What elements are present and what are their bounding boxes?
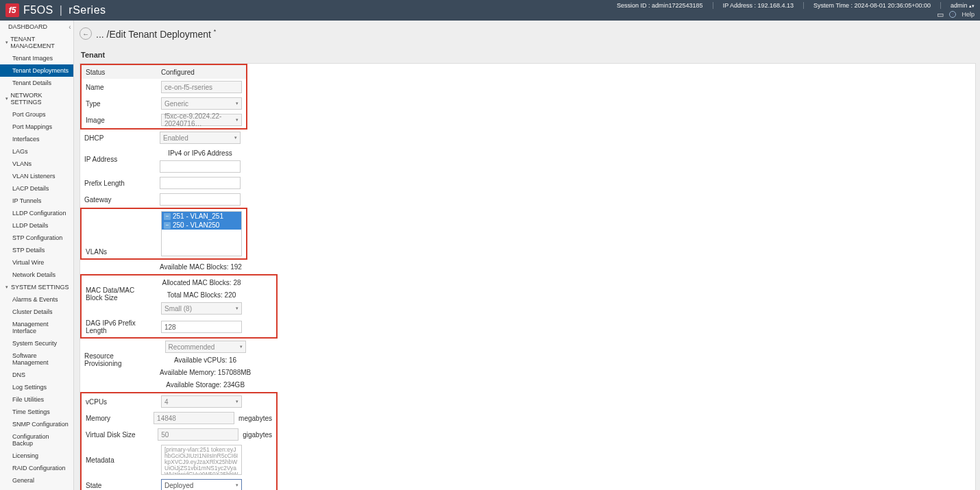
vlan-item-250[interactable]: −250 - VLAN250 [162,221,241,230]
nav-lacp-details[interactable]: LACP Details [0,182,73,195]
nav-system-security[interactable]: System Security [0,337,73,350]
nav-network-settings[interactable]: ▾NETWORK SETTINGS [0,89,73,108]
dhcp-label: DHCP [80,132,156,145]
f5-logo: f5 [5,3,19,17]
nav-snmp-config[interactable]: SNMP Configuration [0,418,73,430]
ip-hint: IPv4 or IPv6 Address [168,148,232,158]
vlan-item-251[interactable]: −251 - VLAN_251 [162,212,241,221]
back-button[interactable]: ← [79,27,92,40]
nav-software-mgmt[interactable]: Software Management [0,350,73,369]
mac-block-label: MAC Data/MAC Block Size [82,275,157,304]
metadata-textarea[interactable] [161,445,242,475]
brand-left: F5OS [23,4,53,16]
name-input[interactable] [161,81,242,93]
avail-mac-text: Available MAC Blocks: 192 [160,262,242,272]
resource-select[interactable]: Recommended▾ [165,341,246,353]
type-label: Type [82,97,157,110]
nav-config-backup[interactable]: Configuration Backup [0,430,73,450]
avail-storage-text: Available Storage: 234GB [166,380,245,390]
breadcrumb[interactable]: ... /Edit Tenant Deployment * [96,28,216,40]
brand-right: rSeries [69,4,106,16]
topbar-right: Session ID : admin1722543185 IP Address … [617,0,975,21]
separator [940,2,941,9]
memory-unit: megabytes [238,415,272,422]
nav-port-mappings[interactable]: Port Mappings [0,121,73,133]
nav-virtual-wire[interactable]: Virtual Wire [0,256,73,269]
help-link[interactable]: Help [961,11,975,18]
prefix-input[interactable] [160,177,241,189]
nav-stp-config[interactable]: STP Configuration [0,232,73,244]
nav-tenant-details[interactable]: Tenant Details [0,77,73,89]
dag-input[interactable] [161,321,242,333]
nav-tenant-images[interactable]: Tenant Images [0,52,73,64]
nav-mgmt-interface[interactable]: Management Interface [0,318,73,337]
nav-log-settings[interactable]: Log Settings [0,381,73,393]
nav-vlan-listeners[interactable]: VLAN Listeners [0,170,73,182]
nav-ip-tunnels[interactable]: IP Tunnels [0,195,73,207]
section-tenant-title: Tenant [81,51,975,59]
top-bar: f5 F5OS | rSeries Session ID : admin1722… [0,0,980,21]
vcpus-select[interactable]: 4▾ [161,395,242,408]
nav-stp-details[interactable]: STP Details [0,244,73,256]
nav-licensing[interactable]: Licensing [0,450,73,462]
nav-lags[interactable]: LAGs [0,145,73,158]
memory-input[interactable] [154,412,234,424]
type-select[interactable]: Generic▾ [161,97,242,110]
vcpus-label: vCPUs [82,395,157,408]
nav-dns[interactable]: DNS [0,369,73,381]
image-label: Image [82,114,157,127]
metadata-label: Metadata [82,454,157,467]
nav-interfaces[interactable]: Interfaces [0,133,73,145]
name-label: Name [82,81,157,94]
gateway-input[interactable] [160,193,241,206]
remove-icon[interactable]: − [164,222,171,229]
sidebar: ‹ DASHBOARD ▾TENANT MANAGEMENT Tenant Im… [0,21,74,490]
alloc-mac-text: Allocated MAC Blocks: 28 [162,278,241,288]
nav-alarms[interactable]: Alarms & Events [0,293,73,306]
nav-raid-config[interactable]: RAID Configuration [0,462,73,474]
form-panel: Status Configured Name Type Generic▾ Ima… [79,63,976,490]
nav-port-groups[interactable]: Port Groups [0,108,73,121]
nav-general[interactable]: General [0,474,73,487]
nav-time-settings[interactable]: Time Settings [0,406,73,418]
guide-icon[interactable]: ▭ [937,10,944,19]
nav-lldp-details[interactable]: LLDP Details [0,219,73,232]
nav-system-settings[interactable]: ▾SYSTEM SETTINGS [0,281,73,293]
breadcrumb-bar: ← ... /Edit Tenant Deployment * [79,25,975,45]
nav-tenant-mgmt[interactable]: ▾TENANT MANAGEMENT [0,33,73,52]
dhcp-select[interactable]: Enabled▾ [160,132,241,144]
session-id-label: Session ID : admin1722543185 [617,2,703,9]
vlans-label: VLANs [82,209,157,258]
sidebar-collapse-icon[interactable]: ‹ [66,23,73,33]
nav-vlans[interactable]: VLANs [0,158,73,170]
nav-tenant-deployments[interactable]: Tenant Deployments [0,64,73,77]
status-value: Configured [157,66,199,78]
nav-system-details[interactable]: System Details [0,487,73,490]
image-select[interactable]: f5xc-ce-9.2024.22-20240716…▾ [161,114,242,126]
nav-network-details[interactable]: Network Details [0,269,73,281]
state-select[interactable]: Deployed▾ [161,479,242,490]
gateway-label: Gateway [80,193,156,206]
user-menu[interactable]: admin ▴▾ [951,2,975,9]
nav-lldp-config[interactable]: LLDP Configuration [0,207,73,219]
ip-input[interactable] [160,160,241,173]
vlans-listbox[interactable]: −251 - VLAN_251 −250 - VLAN250 [161,211,242,256]
total-mac-text: Total MAC Blocks: 220 [167,290,236,300]
state-label: State [82,479,157,491]
main-content: ← ... /Edit Tenant Deployment * Tenant S… [74,21,980,490]
nav-cluster-details[interactable]: Cluster Details [0,306,73,318]
avail-mem-text: Available Memory: 157088MB [160,367,251,378]
brand-title: F5OS | rSeries [23,4,106,16]
disk-unit: gigabytes [243,431,272,439]
nav-file-utilities[interactable]: File Utilities [0,393,73,406]
remove-icon[interactable]: − [164,213,171,220]
disk-input[interactable] [158,428,238,441]
help-icon[interactable]: ? [949,11,956,18]
memory-label: Memory [82,412,149,425]
separator [713,2,713,9]
resource-label: Resource Provisioning [80,339,156,370]
nav-dashboard[interactable]: DASHBOARD [0,21,73,33]
status-label: Status [82,66,157,79]
system-time-label: System Time : 2024-08-01 20:36:05+00:00 [813,2,931,9]
mac-size-select[interactable]: Small (8)▾ [161,302,242,315]
